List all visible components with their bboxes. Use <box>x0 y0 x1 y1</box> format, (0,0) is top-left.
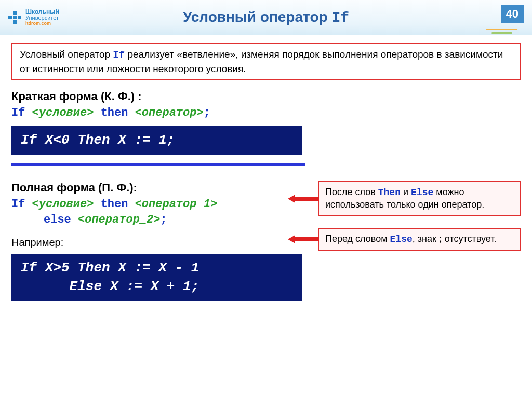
short-form-label: Краткая форма (К. Ф.) : <box>11 90 521 103</box>
short-form-syntax: If <условие> then <оператор>; <box>11 105 521 121</box>
arrow-icon <box>288 194 319 204</box>
example-label: Например: <box>11 237 302 249</box>
full-form-code: If X>5 Then X := X - 1 Else X := X + 1; <box>11 254 302 300</box>
svg-marker-0 <box>288 195 319 203</box>
note-then-else: После слов Then и Else можно использоват… <box>318 181 521 216</box>
definition-box: Условный оператор If реализует «ветвлени… <box>11 43 521 80</box>
note-else-semicolon: Перед словом Else, знак ; отсутствует. <box>318 228 521 251</box>
svg-marker-1 <box>288 235 319 243</box>
full-form-label: Полная форма (П. Ф.): <box>11 181 302 195</box>
page-number: 40 <box>501 5 524 23</box>
slide-header: Школьный Университет itdrom.com Условный… <box>0 0 532 35</box>
header-decoration <box>471 26 517 36</box>
short-form-code: If X<0 Then X := 1; <box>11 126 302 155</box>
slide-content: Условный оператор If реализует «ветвлени… <box>0 35 532 301</box>
slide-title: Условный оператор If <box>0 9 532 26</box>
arrow-icon <box>288 234 319 244</box>
full-form-syntax: If <условие> then <оператор_1> else <опе… <box>11 197 302 227</box>
divider <box>11 163 305 166</box>
